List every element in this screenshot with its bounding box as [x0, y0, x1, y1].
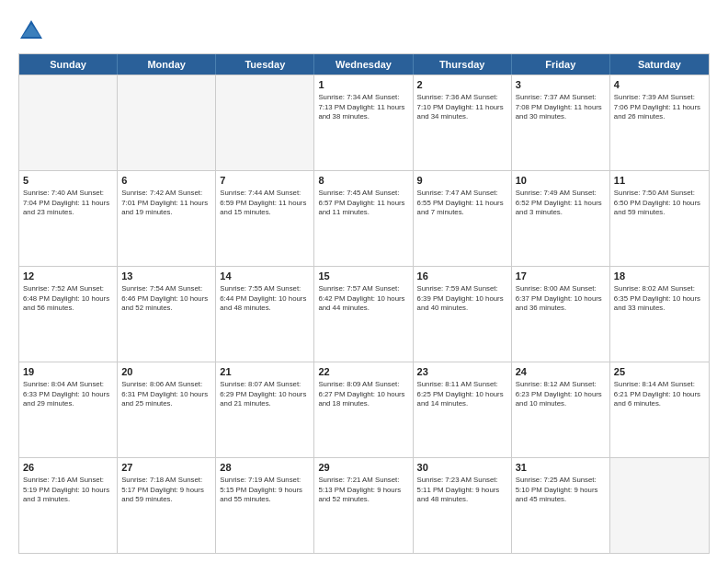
day-number: 13 [121, 270, 211, 283]
day-number: 8 [318, 174, 408, 188]
table-row: 29Sunrise: 7:21 AM Sunset: 5:13 PM Dayli… [314, 458, 413, 553]
table-row: 2Sunrise: 7:36 AM Sunset: 7:10 PM Daylig… [414, 75, 512, 170]
calendar: Sunday Monday Tuesday Wednesday Thursday… [18, 53, 710, 554]
day-number: 31 [516, 461, 606, 475]
day-number: 3 [516, 78, 606, 92]
calendar-body: 1Sunrise: 7:34 AM Sunset: 7:13 PM Daylig… [19, 75, 709, 553]
cell-info: Sunrise: 7:45 AM Sunset: 6:57 PM Dayligh… [318, 189, 408, 218]
calendar-header: Sunday Monday Tuesday Wednesday Thursday… [19, 54, 709, 75]
day-number: 9 [417, 174, 507, 188]
table-row: 13Sunrise: 7:54 AM Sunset: 6:46 PM Dayli… [118, 267, 216, 362]
day-number: 10 [516, 174, 606, 188]
table-row [216, 75, 314, 170]
cell-info: Sunrise: 8:09 AM Sunset: 6:27 PM Dayligh… [318, 380, 408, 409]
table-row: 17Sunrise: 8:00 AM Sunset: 6:37 PM Dayli… [512, 267, 610, 362]
cell-info: Sunrise: 7:42 AM Sunset: 7:01 PM Dayligh… [121, 189, 211, 218]
table-row: 14Sunrise: 7:55 AM Sunset: 6:44 PM Dayli… [216, 267, 314, 362]
table-row: 1Sunrise: 7:34 AM Sunset: 7:13 PM Daylig… [314, 75, 413, 170]
table-row [610, 458, 709, 553]
day-number: 11 [614, 174, 705, 188]
calendar-row-2: 12Sunrise: 7:52 AM Sunset: 6:48 PM Dayli… [19, 266, 709, 362]
table-row: 23Sunrise: 8:11 AM Sunset: 6:25 PM Dayli… [414, 362, 512, 457]
day-number: 28 [220, 461, 310, 475]
cell-info: Sunrise: 7:57 AM Sunset: 6:42 PM Dayligh… [318, 284, 408, 314]
day-number: 5 [23, 174, 113, 188]
cell-info: Sunrise: 8:00 AM Sunset: 6:37 PM Dayligh… [516, 284, 606, 314]
table-row: 5Sunrise: 7:40 AM Sunset: 7:04 PM Daylig… [19, 171, 118, 266]
cell-info: Sunrise: 8:14 AM Sunset: 6:21 PM Dayligh… [614, 380, 705, 409]
table-row: 21Sunrise: 8:07 AM Sunset: 6:29 PM Dayli… [216, 362, 314, 457]
day-number: 29 [318, 461, 408, 475]
table-row: 12Sunrise: 7:52 AM Sunset: 6:48 PM Dayli… [19, 267, 118, 362]
table-row: 25Sunrise: 8:14 AM Sunset: 6:21 PM Dayli… [610, 362, 709, 457]
cell-info: Sunrise: 8:06 AM Sunset: 6:31 PM Dayligh… [121, 380, 211, 409]
day-number: 6 [121, 174, 211, 188]
header-friday: Friday [512, 54, 610, 75]
cell-info: Sunrise: 7:39 AM Sunset: 7:06 PM Dayligh… [614, 93, 705, 122]
cell-info: Sunrise: 7:25 AM Sunset: 5:10 PM Dayligh… [516, 476, 606, 505]
cell-info: Sunrise: 8:02 AM Sunset: 6:35 PM Dayligh… [614, 284, 705, 314]
cell-info: Sunrise: 7:49 AM Sunset: 6:52 PM Dayligh… [516, 189, 606, 218]
cell-info: Sunrise: 7:59 AM Sunset: 6:39 PM Dayligh… [417, 284, 507, 314]
calendar-row-3: 19Sunrise: 8:04 AM Sunset: 6:33 PM Dayli… [19, 362, 709, 457]
header [18, 18, 710, 44]
day-number: 2 [417, 78, 507, 92]
cell-info: Sunrise: 7:37 AM Sunset: 7:08 PM Dayligh… [516, 93, 606, 122]
cell-info: Sunrise: 7:40 AM Sunset: 7:04 PM Dayligh… [23, 189, 113, 218]
header-tuesday: Tuesday [216, 54, 314, 75]
day-number: 17 [516, 270, 606, 283]
day-number: 22 [318, 365, 408, 379]
day-number: 27 [121, 461, 211, 475]
header-saturday: Saturday [610, 54, 709, 75]
day-number: 15 [318, 270, 408, 283]
table-row: 7Sunrise: 7:44 AM Sunset: 6:59 PM Daylig… [216, 171, 314, 266]
header-monday: Monday [118, 54, 216, 75]
cell-info: Sunrise: 8:04 AM Sunset: 6:33 PM Dayligh… [23, 380, 113, 409]
table-row: 31Sunrise: 7:25 AM Sunset: 5:10 PM Dayli… [512, 458, 610, 553]
table-row: 10Sunrise: 7:49 AM Sunset: 6:52 PM Dayli… [512, 171, 610, 266]
header-thursday: Thursday [414, 54, 512, 75]
table-row: 3Sunrise: 7:37 AM Sunset: 7:08 PM Daylig… [512, 75, 610, 170]
day-number: 14 [220, 270, 310, 283]
day-number: 1 [318, 78, 408, 92]
cell-info: Sunrise: 7:23 AM Sunset: 5:11 PM Dayligh… [417, 476, 507, 505]
table-row: 4Sunrise: 7:39 AM Sunset: 7:06 PM Daylig… [610, 75, 709, 170]
header-sunday: Sunday [19, 54, 118, 75]
table-row: 11Sunrise: 7:50 AM Sunset: 6:50 PM Dayli… [610, 171, 709, 266]
header-wednesday: Wednesday [314, 54, 413, 75]
cell-info: Sunrise: 7:34 AM Sunset: 7:13 PM Dayligh… [318, 93, 408, 122]
day-number: 21 [220, 365, 310, 379]
calendar-row-4: 26Sunrise: 7:16 AM Sunset: 5:19 PM Dayli… [19, 457, 709, 553]
cell-info: Sunrise: 7:18 AM Sunset: 5:17 PM Dayligh… [121, 476, 211, 505]
table-row: 27Sunrise: 7:18 AM Sunset: 5:17 PM Dayli… [118, 458, 216, 553]
day-number: 16 [417, 270, 507, 283]
table-row: 18Sunrise: 8:02 AM Sunset: 6:35 PM Dayli… [610, 267, 709, 362]
cell-info: Sunrise: 7:54 AM Sunset: 6:46 PM Dayligh… [121, 284, 211, 314]
day-number: 25 [614, 365, 705, 379]
cell-info: Sunrise: 8:07 AM Sunset: 6:29 PM Dayligh… [220, 380, 310, 409]
table-row: 22Sunrise: 8:09 AM Sunset: 6:27 PM Dayli… [314, 362, 413, 457]
table-row: 26Sunrise: 7:16 AM Sunset: 5:19 PM Dayli… [19, 458, 118, 553]
cell-info: Sunrise: 7:21 AM Sunset: 5:13 PM Dayligh… [318, 476, 408, 505]
cell-info: Sunrise: 7:47 AM Sunset: 6:55 PM Dayligh… [417, 189, 507, 218]
table-row [118, 75, 216, 170]
day-number: 18 [614, 270, 705, 283]
table-row: 8Sunrise: 7:45 AM Sunset: 6:57 PM Daylig… [314, 171, 413, 266]
table-row: 20Sunrise: 8:06 AM Sunset: 6:31 PM Dayli… [118, 362, 216, 457]
logo-icon [18, 18, 44, 44]
svg-marker-1 [22, 24, 40, 37]
cell-info: Sunrise: 7:19 AM Sunset: 5:15 PM Dayligh… [220, 476, 310, 505]
day-number: 23 [417, 365, 507, 379]
day-number: 30 [417, 461, 507, 475]
page: Sunday Monday Tuesday Wednesday Thursday… [0, 0, 728, 563]
day-number: 4 [614, 78, 705, 92]
cell-info: Sunrise: 8:11 AM Sunset: 6:25 PM Dayligh… [417, 380, 507, 409]
day-number: 20 [121, 365, 211, 379]
table-row: 16Sunrise: 7:59 AM Sunset: 6:39 PM Dayli… [414, 267, 512, 362]
cell-info: Sunrise: 8:12 AM Sunset: 6:23 PM Dayligh… [516, 380, 606, 409]
calendar-row-0: 1Sunrise: 7:34 AM Sunset: 7:13 PM Daylig… [19, 75, 709, 170]
table-row: 28Sunrise: 7:19 AM Sunset: 5:15 PM Dayli… [216, 458, 314, 553]
table-row: 30Sunrise: 7:23 AM Sunset: 5:11 PM Dayli… [414, 458, 512, 553]
cell-info: Sunrise: 7:44 AM Sunset: 6:59 PM Dayligh… [220, 189, 310, 218]
day-number: 12 [23, 270, 113, 283]
